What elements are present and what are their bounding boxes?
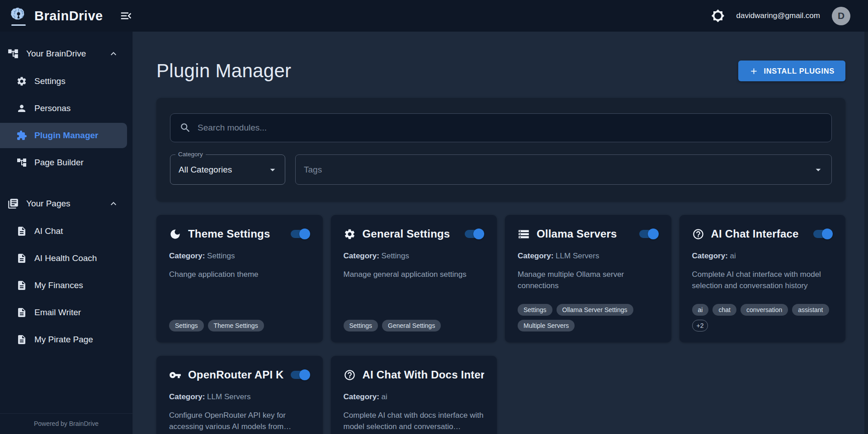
plugin-description: Manage multiple Ollama server connection…	[518, 269, 659, 291]
tag-chip[interactable]: Settings	[169, 320, 204, 331]
tag-chip[interactable]: ai	[692, 304, 709, 316]
sidebar-item-email-writer[interactable]: Email Writer	[0, 300, 127, 325]
sidebar-section-your-pages[interactable]: Your Pages	[0, 191, 132, 217]
doc-icon	[16, 280, 27, 291]
tree-icon	[16, 157, 27, 168]
person-icon	[16, 103, 27, 114]
search-icon	[179, 122, 191, 134]
sidebar-item-my-finances[interactable]: My Finances	[0, 273, 127, 298]
category-value: LLM Servers	[207, 392, 250, 401]
card-header: General Settings	[344, 226, 485, 242]
plugin-tags: SettingsTheme Settings	[169, 314, 310, 331]
sidebar-item-my-pirate-page[interactable]: My Pirate Page	[0, 327, 127, 352]
sidebar-item-ai-health-coach[interactable]: AI Health Coach	[0, 246, 127, 271]
sidebar-item-label: My Pirate Page	[34, 335, 93, 345]
moon-icon	[169, 228, 181, 240]
sidebar-section-label: Your BrainDrive	[26, 49, 108, 59]
tag-overflow-chip[interactable]: +2	[692, 320, 708, 331]
plugin-category-line: Category: LLM Servers	[518, 252, 659, 261]
plugin-tags: SettingsGeneral Settings	[344, 314, 485, 331]
tags-select[interactable]	[295, 154, 832, 185]
sidebar-section-your-braindrive[interactable]: Your BrainDrive	[0, 41, 132, 67]
plugin-title: AI Chat With Docs Interfa	[363, 369, 485, 381]
user-avatar[interactable]: D	[832, 7, 850, 25]
category-value: LLM Servers	[556, 252, 599, 260]
chevron-up-icon	[108, 198, 119, 209]
install-plugins-button[interactable]: INSTALL PLUGINS	[738, 61, 845, 81]
doc-icon	[16, 334, 27, 345]
sidebar-item-page-builder[interactable]: Page Builder	[0, 150, 127, 175]
category-select-value: All Categories	[179, 165, 267, 175]
plugin-description: Complete AI chat with docs interface wit…	[344, 410, 485, 432]
doc-icon	[16, 226, 27, 237]
sidebar-item-plugin-manager[interactable]: Plugin Manager	[0, 123, 127, 148]
tag-chip[interactable]: Settings	[518, 304, 552, 316]
plugin-enabled-toggle[interactable]	[291, 228, 310, 240]
category-select[interactable]: Category All Categories	[170, 154, 285, 185]
category-value: ai	[382, 392, 387, 401]
category-value: Settings	[382, 252, 409, 260]
chevron-down-icon	[267, 164, 278, 176]
powered-by-text: Powered by BrainDrive	[34, 420, 99, 427]
plugin-card-ollama-servers: Ollama ServersCategory: LLM ServersManag…	[505, 215, 671, 342]
tag-chip[interactable]: conversation	[741, 304, 788, 316]
sidebar-sections: Your BrainDriveSettingsPersonasPlugin Ma…	[0, 32, 132, 413]
plugin-card-ai-chat-with-docs-interfa: AI Chat With Docs InterfaCategory: aiCom…	[331, 356, 497, 434]
sidebar-item-label: Page Builder	[34, 158, 84, 168]
plugin-description: Configure OpenRouter API key for accessi…	[169, 410, 310, 432]
sidebar-section-label: Your Pages	[26, 199, 108, 209]
plugin-category-line: Category: Settings	[169, 252, 310, 261]
tag-chip[interactable]: chat	[712, 304, 736, 316]
sidebar-item-label: Personas	[34, 103, 71, 113]
sidebar-section-gap	[0, 177, 132, 191]
sidebar: Your BrainDriveSettingsPersonasPlugin Ma…	[0, 32, 133, 434]
plugin-tags: SettingsOllama Server SettingsMultiple S…	[518, 299, 659, 331]
category-key: Category:	[344, 392, 379, 401]
key-icon	[169, 369, 181, 381]
install-plugins-label: INSTALL PLUGINS	[764, 67, 835, 75]
sidebar-item-label: Plugin Manager	[34, 131, 98, 140]
plugin-category-line: Category: Settings	[344, 252, 485, 261]
gear-icon	[16, 76, 27, 87]
tag-chip[interactable]: assistant	[792, 304, 829, 316]
filter-panel: Category All Categories	[156, 98, 845, 201]
search-box	[170, 113, 832, 142]
category-key: Category:	[518, 252, 553, 260]
scrollbar[interactable]	[864, 32, 868, 434]
tag-chip[interactable]: Ollama Server Settings	[557, 304, 633, 316]
tag-chip[interactable]: Theme Settings	[208, 320, 264, 331]
sidebar-item-ai-chat[interactable]: AI Chat	[0, 219, 127, 244]
gear-icon	[344, 228, 356, 240]
user-email: davidwaring@gmail.com	[736, 11, 820, 20]
plugin-cards-grid: Theme SettingsCategory: SettingsChange a…	[156, 215, 845, 434]
doc-icon	[16, 253, 27, 264]
plugin-title: Theme Settings	[188, 228, 270, 240]
tag-chip[interactable]: Multiple Servers	[518, 320, 575, 331]
category-value: ai	[730, 252, 736, 260]
plugin-enabled-toggle[interactable]	[291, 369, 310, 381]
category-value: Settings	[207, 252, 235, 260]
plugin-title: AI Chat Interface	[711, 228, 799, 240]
plugin-description: Manage general application settings	[344, 269, 485, 280]
search-input[interactable]	[198, 123, 822, 133]
plugin-card-openrouter-api-keys: OpenRouter API KeysCategory: LLM Servers…	[156, 356, 323, 434]
plugin-enabled-toggle[interactable]	[465, 228, 484, 240]
tag-chip[interactable]: General Settings	[382, 320, 441, 331]
card-header: AI Chat With Docs Interfa	[344, 367, 485, 383]
plus-icon	[749, 66, 759, 76]
tag-chip[interactable]: Settings	[344, 320, 378, 331]
toggle-thumb	[299, 229, 310, 239]
brightness-theme-icon[interactable]	[711, 9, 725, 23]
plugin-enabled-toggle[interactable]	[639, 228, 659, 240]
sidebar-item-personas[interactable]: Personas	[0, 96, 127, 121]
tags-input[interactable]	[304, 165, 812, 175]
card-header: Theme Settings	[169, 226, 310, 242]
sidebar-item-settings[interactable]: Settings	[0, 69, 127, 94]
plugin-enabled-toggle[interactable]	[813, 228, 833, 240]
toggle-thumb	[648, 229, 659, 239]
storage-icon	[518, 228, 530, 240]
menu-collapse-icon[interactable]	[119, 9, 133, 23]
plugin-card-theme-settings: Theme SettingsCategory: SettingsChange a…	[156, 215, 323, 342]
app-header: BrainDrive davidwaring@gmail.com D	[0, 0, 868, 32]
toggle-thumb	[473, 229, 484, 239]
